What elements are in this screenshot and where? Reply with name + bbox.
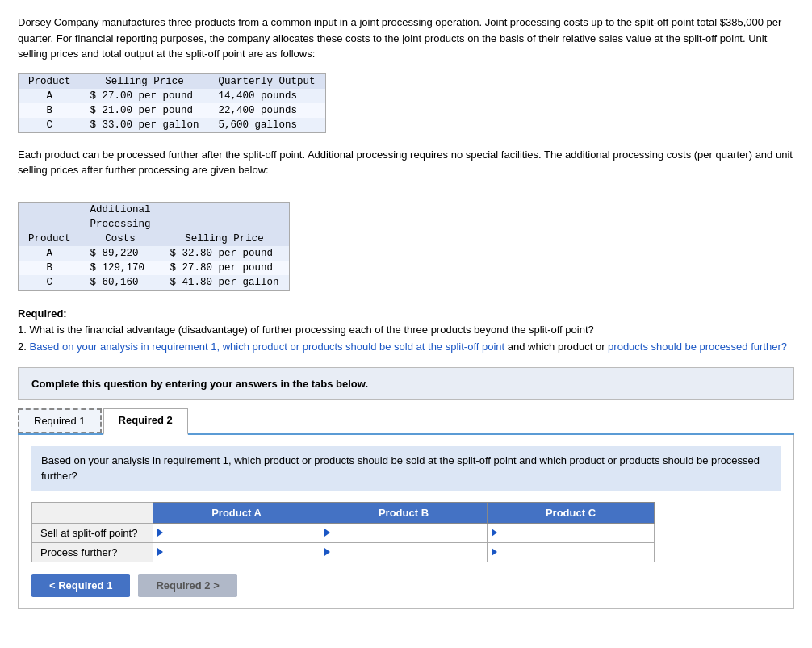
table2-cell: $ 60,160 [81,275,161,290]
answer-table: Product A Product B Product C Sell at sp… [31,502,655,562]
table2-cell: $ 89,220 [81,246,161,261]
chevron-icon-2c [492,548,497,556]
answer-col2-header: Product B [320,502,488,523]
chevron-icon-1a [157,529,163,537]
process-further-productA-input[interactable] [161,546,312,558]
tab2-desc-text: Based on your analysis in requirement 1,… [41,454,760,483]
intro-paragraph: Dorsey Company manufactures three produc… [18,15,794,62]
table-row: Sell at split-off point? [32,523,655,542]
table2-col2a-header: Additional [81,203,161,217]
table1-cell: $ 33.00 per gallon [81,118,209,132]
answer-col1-header: Product A [153,502,320,523]
table2-cell: A [19,246,81,261]
table1-container: Product Selling Price Quarterly Output A… [18,73,326,133]
answer-table-wrapper: Product A Product B Product C Sell at sp… [31,502,781,562]
table2-cell: $ 41.80 per gallon [161,275,289,290]
next-button[interactable]: Required 2 > [138,574,236,597]
table1-cell: 22,400 pounds [209,103,325,118]
sell-splitoff-productB-input[interactable] [329,527,479,539]
row2-label: Process further? [32,542,153,562]
table1-col1-header: Product [19,74,81,89]
prev-button[interactable]: < Required 1 [31,574,130,597]
chevron-icon-2a [157,548,163,556]
table2-cell: $ 32.80 per pound [161,246,289,261]
nav-buttons: < Required 1 Required 2 > [31,574,781,597]
table2-cell: B [19,261,81,275]
mid-text: Each product can be processed further af… [18,147,794,178]
tab2-description: Based on your analysis in requirement 1,… [31,446,781,491]
chevron-icon-2b [324,548,330,556]
table2-cell: $ 129,170 [81,261,161,275]
row1-cell-b[interactable] [320,523,488,542]
table1-cell: A [19,89,81,103]
table1-cell: C [19,118,81,132]
row2-cell-b[interactable] [320,542,488,562]
table1: Product Selling Price Quarterly Output A… [19,74,325,132]
complete-question-box: Complete this question by entering your … [18,367,794,400]
tab2-content: Based on your analysis in requirement 1,… [18,435,794,609]
table2-container: Product Additional Selling Price Process… [18,202,290,291]
table1-cell: 5,600 gallons [209,118,325,132]
table2-cell: $ 27.80 per pound [161,261,289,275]
process-further-productB-input[interactable] [329,546,479,558]
chevron-icon-1b [324,529,330,537]
required-title: Required: [18,307,67,320]
required-section: Required: 1. What is the financial advan… [18,306,794,356]
tab-required1[interactable]: Required 1 [18,408,102,433]
answer-col3-header: Product C [488,502,655,523]
sell-splitoff-productA-input[interactable] [161,527,312,539]
tab-required2[interactable]: Required 2 [103,408,188,435]
table2-col2c-header: Costs [81,232,161,246]
table1-cell: $ 21.00 per pound [81,103,209,118]
sell-splitoff-productC-input[interactable] [496,527,646,539]
row2-cell-a[interactable] [153,542,320,562]
table1-col2-header: Selling Price [81,74,209,89]
chevron-icon-1c [492,529,497,537]
table1-cell: 14,400 pounds [209,89,325,103]
table2-col1-header: Product [19,203,81,246]
table1-col3-header: Quarterly Output [209,74,325,89]
table2-col3-header: Selling Price [161,203,289,246]
process-further-productC-input[interactable] [496,546,646,558]
table2-cell: C [19,275,81,290]
table-row: Process further? [32,542,655,562]
required-q2: 2. Based on your analysis in requirement… [18,341,787,353]
row1-cell-a[interactable] [153,523,320,542]
table1-cell: B [19,103,81,118]
row1-cell-c[interactable] [488,523,655,542]
answer-col0-header [32,502,153,523]
table2-col2b-header: Processing [81,217,161,232]
table2: Product Additional Selling Price Process… [19,203,289,290]
row2-cell-c[interactable] [488,542,655,562]
row1-label: Sell at split-off point? [32,523,153,542]
tabs-row: Required 1 Required 2 [18,408,794,435]
table1-cell: $ 27.00 per pound [81,89,209,103]
required-q1: 1. What is the financial advantage (disa… [18,324,594,336]
